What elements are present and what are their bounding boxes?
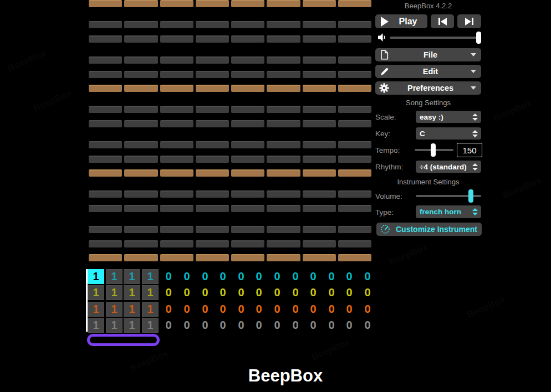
- pattern-beat-cell[interactable]: [303, 141, 336, 148]
- pattern-beat-cell[interactable]: [160, 169, 193, 177]
- track-pattern-box-selected[interactable]: 1: [88, 269, 104, 284]
- pattern-beat-cell[interactable]: [89, 120, 122, 127]
- pattern-beat-cell[interactable]: [267, 254, 300, 261]
- pattern-beat-cell[interactable]: [338, 226, 371, 233]
- pattern-beat-cell[interactable]: [196, 141, 229, 148]
- pattern-beat-cell[interactable]: [124, 35, 157, 43]
- track-pattern-empty[interactable]: 0: [214, 285, 232, 300]
- pattern-beat-cell[interactable]: [338, 106, 371, 113]
- pattern-beat-cell[interactable]: [303, 226, 336, 233]
- next-bar-button[interactable]: [457, 14, 481, 28]
- scale-select[interactable]: easy :): [416, 111, 481, 123]
- pattern-beat-cell[interactable]: [338, 141, 371, 148]
- pattern-beat-cell[interactable]: [89, 190, 122, 198]
- pattern-beat-cell[interactable]: [160, 141, 193, 148]
- pattern-beat-cell[interactable]: [160, 254, 193, 261]
- track-pattern-box[interactable]: 1: [124, 269, 140, 284]
- spinner-arrows-icon[interactable]: [472, 205, 478, 218]
- pattern-beat-cell[interactable]: [89, 85, 122, 92]
- pattern-beat-cell[interactable]: [267, 71, 300, 78]
- track-pattern-empty[interactable]: 0: [178, 318, 196, 333]
- pattern-beat-cell[interactable]: [160, 205, 193, 212]
- pattern-beat-cell[interactable]: [303, 106, 336, 113]
- track-pattern-empty[interactable]: 0: [268, 302, 286, 317]
- spinner-arrows-icon[interactable]: [472, 161, 478, 173]
- track-pattern-empty[interactable]: 0: [359, 318, 376, 333]
- pattern-beat-cell[interactable]: [231, 56, 264, 64]
- track-pattern-box[interactable]: 1: [106, 285, 123, 300]
- pattern-beat-cell[interactable]: [303, 240, 336, 247]
- track-editor[interactable]: 1111000000000000111100000000000011110000…: [88, 269, 381, 334]
- pattern-beat-cell[interactable]: [196, 205, 229, 212]
- pattern-beat-cell[interactable]: [196, 226, 229, 233]
- pattern-beat-cell[interactable]: [160, 21, 193, 28]
- pattern-beat-cell[interactable]: [231, 106, 264, 113]
- track-pattern-empty[interactable]: 0: [323, 318, 340, 333]
- pattern-beat-cell[interactable]: [124, 71, 157, 78]
- pattern-beat-cell[interactable]: [160, 226, 193, 233]
- track-pattern-empty[interactable]: 0: [304, 302, 322, 317]
- pattern-beat-cell[interactable]: [303, 156, 336, 163]
- pattern-beat-cell[interactable]: [160, 0, 193, 7]
- pattern-beat-cell[interactable]: [231, 85, 264, 92]
- pattern-beat-cell[interactable]: [267, 240, 300, 247]
- edit-menu-button[interactable]: Edit: [375, 65, 481, 78]
- pattern-beat-cell[interactable]: [303, 85, 336, 92]
- customize-instrument-button[interactable]: Customize Instrument: [376, 223, 482, 236]
- pattern-beat-cell[interactable]: [267, 0, 300, 7]
- track-pattern-box[interactable]: 1: [124, 285, 140, 300]
- pattern-beat-cell[interactable]: [231, 226, 264, 233]
- track-pattern-empty[interactable]: 0: [250, 285, 268, 300]
- track-pattern-box[interactable]: 1: [88, 302, 104, 317]
- pattern-beat-cell[interactable]: [196, 120, 229, 127]
- pattern-beat-cell[interactable]: [267, 106, 300, 113]
- track-pattern-empty[interactable]: 0: [340, 285, 358, 300]
- track-pattern-empty[interactable]: 0: [287, 285, 304, 300]
- pattern-beat-cell[interactable]: [267, 35, 300, 43]
- loop-bar[interactable]: [87, 334, 160, 346]
- pattern-beat-cell[interactable]: [231, 21, 264, 28]
- tempo-slider-handle[interactable]: [431, 143, 436, 157]
- pattern-beat-cell[interactable]: [196, 106, 229, 113]
- pattern-beat-cell[interactable]: [89, 141, 122, 148]
- track-pattern-empty[interactable]: 0: [160, 269, 177, 284]
- pattern-beat-cell[interactable]: [89, 21, 122, 28]
- pattern-beat-cell[interactable]: [267, 85, 300, 92]
- track-pattern-empty[interactable]: 0: [214, 318, 232, 333]
- track-pattern-empty[interactable]: 0: [287, 302, 304, 317]
- pattern-beat-cell[interactable]: [231, 35, 264, 43]
- track-pattern-box[interactable]: 1: [88, 285, 104, 300]
- track-pattern-empty[interactable]: 0: [340, 302, 358, 317]
- pattern-beat-cell[interactable]: [89, 205, 122, 212]
- track-pattern-box[interactable]: 1: [106, 302, 123, 317]
- pattern-beat-cell[interactable]: [160, 240, 193, 247]
- pattern-beat-cell[interactable]: [267, 226, 300, 233]
- pattern-beat-cell[interactable]: [124, 240, 157, 247]
- pattern-beat-cell[interactable]: [231, 205, 264, 212]
- track-pattern-empty[interactable]: 0: [214, 302, 232, 317]
- track-pattern-empty[interactable]: 0: [178, 269, 196, 284]
- pattern-beat-cell[interactable]: [267, 21, 300, 28]
- pattern-beat-cell[interactable]: [338, 120, 371, 127]
- track-pattern-empty[interactable]: 0: [196, 269, 214, 284]
- file-menu-button[interactable]: File: [375, 48, 481, 61]
- pattern-beat-cell[interactable]: [160, 190, 193, 198]
- pattern-beat-cell[interactable]: [267, 190, 300, 198]
- track-pattern-box[interactable]: 1: [142, 269, 159, 284]
- pattern-beat-cell[interactable]: [196, 0, 229, 7]
- pattern-beat-cell[interactable]: [196, 169, 229, 177]
- pattern-beat-cell[interactable]: [267, 205, 300, 212]
- track-pattern-empty[interactable]: 0: [323, 302, 340, 317]
- track-pattern-empty[interactable]: 0: [287, 269, 304, 284]
- pattern-editor[interactable]: [89, 0, 371, 268]
- pattern-beat-cell[interactable]: [124, 21, 157, 28]
- pattern-beat-cell[interactable]: [89, 106, 122, 113]
- pattern-beat-cell[interactable]: [267, 56, 300, 64]
- track-pattern-empty[interactable]: 0: [178, 285, 196, 300]
- pattern-beat-cell[interactable]: [338, 71, 371, 78]
- track-pattern-empty[interactable]: 0: [250, 302, 268, 317]
- pattern-beat-cell[interactable]: [124, 106, 157, 113]
- track-pattern-empty[interactable]: 0: [250, 269, 268, 284]
- track-pattern-empty[interactable]: 0: [160, 302, 177, 317]
- track-pattern-empty[interactable]: 0: [250, 318, 268, 333]
